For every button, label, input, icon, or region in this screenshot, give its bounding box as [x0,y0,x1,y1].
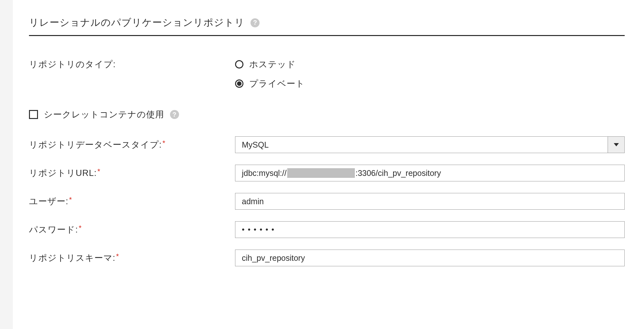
required-marker: * [116,252,119,260]
repo-type-row: リポジトリのタイプ: ホステッド プライベート [29,59,625,89]
radio-label-hosted: ホステッド [249,59,296,70]
section-header: リレーショナルのパブリケーションリポジトリ ? [29,16,625,36]
schema-input[interactable] [235,250,625,266]
db-type-select[interactable]: MySQL [235,136,625,153]
repo-url-input[interactable]: jdbc:mysql:// :3306/cih_pv_repository [235,165,625,181]
radio-icon [235,60,243,69]
redacted-host [287,168,355,178]
password-row: パスワード:* [29,221,625,238]
chevron-down-icon [614,143,619,146]
select-caret-button[interactable] [608,137,624,153]
required-marker: * [163,139,166,147]
secret-container-checkbox[interactable] [29,110,38,119]
section-title: リレーショナルのパブリケーションリポジトリ [29,16,245,29]
radio-icon [235,79,243,88]
form-page: リレーショナルのパブリケーションリポジトリ ? リポジトリのタイプ: ホステッド… [13,0,644,329]
repo-type-hosted-radio[interactable]: ホステッド [235,59,625,70]
radio-label-private: プライベート [249,78,305,89]
repo-url-prefix: jdbc:mysql:// [242,169,287,178]
schema-row: リポジトリスキーマ:* [29,250,625,266]
repo-type-label: リポジトリのタイプ: [29,59,235,70]
user-input[interactable] [235,193,625,210]
db-type-value: MySQL [235,137,608,153]
required-marker: * [69,196,72,204]
secret-container-label: シークレットコンテナの使用 [44,109,164,120]
repo-url-row: リポジトリURL:* jdbc:mysql:// :3306/cih_pv_re… [29,165,625,181]
help-icon[interactable]: ? [170,110,179,119]
repo-type-radio-group: ホステッド プライベート [235,59,625,89]
help-icon[interactable]: ? [251,18,260,27]
repo-url-label: リポジトリURL:* [29,167,235,179]
schema-label: リポジトリスキーマ:* [29,252,235,264]
password-label: パスワード:* [29,224,235,235]
user-row: ユーザー:* [29,193,625,210]
required-marker: * [98,167,101,175]
secret-container-row: シークレットコンテナの使用 ? [29,109,625,120]
user-label: ユーザー:* [29,196,235,207]
db-type-row: リポジトリデータベースタイプ:* MySQL [29,136,625,153]
repo-type-private-radio[interactable]: プライベート [235,78,625,89]
db-type-label: リポジトリデータベースタイプ:* [29,139,235,151]
radio-dot-icon [237,81,242,86]
repo-url-suffix: :3306/cih_pv_repository [355,169,441,178]
required-marker: * [79,224,82,232]
password-input[interactable] [235,221,625,238]
